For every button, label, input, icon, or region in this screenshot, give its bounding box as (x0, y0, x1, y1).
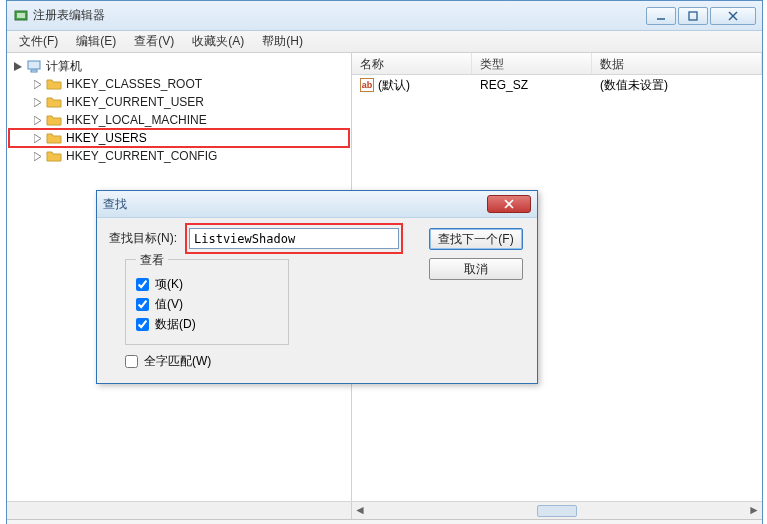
hscroll-track[interactable]: ◄ ► (352, 502, 762, 519)
collapse-icon[interactable] (13, 61, 24, 72)
expand-icon[interactable] (33, 115, 44, 126)
minimize-button[interactable] (646, 7, 676, 25)
chk-match-whole-label: 全字匹配(W) (144, 353, 211, 370)
expand-icon[interactable] (33, 151, 44, 162)
svg-rect-3 (689, 12, 697, 20)
cancel-button[interactable]: 取消 (429, 258, 523, 280)
tree-item-label: HKEY_CLASSES_ROOT (64, 77, 204, 91)
cell-data: (数值未设置) (592, 75, 762, 96)
col-name[interactable]: 名称 (352, 53, 472, 74)
find-group-title: 查看 (136, 252, 168, 269)
maximize-button[interactable] (678, 7, 708, 25)
chk-values[interactable] (136, 298, 149, 311)
svg-rect-7 (31, 70, 37, 72)
cell-name: ab (默认) (352, 75, 472, 96)
tree-item-label: HKEY_CURRENT_USER (64, 95, 206, 109)
chk-values-label: 值(V) (155, 296, 183, 313)
list-row[interactable]: ab (默认) REG_SZ (数值未设置) (352, 75, 762, 95)
find-target-input[interactable] (189, 228, 399, 249)
scroll-left-icon[interactable]: ◄ (353, 503, 367, 517)
find-next-button[interactable]: 查找下一个(F) (429, 228, 523, 250)
chk-match-whole[interactable] (125, 355, 138, 368)
string-value-icon: ab (360, 78, 374, 92)
folder-icon (46, 113, 62, 127)
expand-icon[interactable] (33, 79, 44, 90)
list-header: 名称 类型 数据 (352, 53, 762, 75)
chk-keys[interactable] (136, 278, 149, 291)
find-dialog: 查找 查找目标(N): 查看 项(K) 值(V) (96, 190, 538, 384)
scroll-right-icon[interactable]: ► (747, 503, 761, 517)
tree-item-label: HKEY_LOCAL_MACHINE (64, 113, 209, 127)
tree-root-label: 计算机 (44, 58, 84, 75)
cell-name-text: (默认) (378, 77, 410, 94)
tree-item-label: HKEY_CURRENT_CONFIG (64, 149, 219, 163)
menu-edit[interactable]: 编辑(E) (68, 31, 124, 52)
chk-keys-label: 项(K) (155, 276, 183, 293)
menubar: 文件(F) 编辑(E) 查看(V) 收藏夹(A) 帮助(H) (7, 31, 762, 53)
find-dialog-title: 查找 (103, 196, 487, 213)
svg-rect-1 (17, 13, 25, 18)
expand-icon[interactable] (33, 133, 44, 144)
hscroll-thumb[interactable] (537, 505, 577, 517)
find-target-label: 查找目标(N): (109, 230, 189, 247)
menu-file[interactable]: 文件(F) (11, 31, 66, 52)
folder-icon (46, 149, 62, 163)
menu-help[interactable]: 帮助(H) (254, 31, 311, 52)
expand-icon[interactable] (33, 97, 44, 108)
col-type[interactable]: 类型 (472, 53, 592, 74)
tree-item-hkey-local-machine[interactable]: HKEY_LOCAL_MACHINE (9, 111, 349, 129)
find-close-button[interactable] (487, 195, 531, 213)
folder-icon (46, 77, 62, 91)
statusbar: 计算机\HKEY_USERS (7, 519, 762, 524)
tree-root[interactable]: 计算机 (9, 57, 349, 75)
chk-data[interactable] (136, 318, 149, 331)
hscroll-area: ◄ ► (7, 501, 762, 519)
col-data[interactable]: 数据 (592, 53, 762, 74)
tree-item-hkey-current-config[interactable]: HKEY_CURRENT_CONFIG (9, 147, 349, 165)
computer-icon (26, 59, 42, 73)
cell-type: REG_SZ (472, 76, 592, 94)
folder-icon (46, 95, 62, 109)
titlebar: 注册表编辑器 (7, 1, 762, 31)
chk-data-label: 数据(D) (155, 316, 196, 333)
tree-item-hkey-classes-root[interactable]: HKEY_CLASSES_ROOT (9, 75, 349, 93)
svg-rect-6 (28, 61, 40, 69)
tree-item-hkey-users[interactable]: HKEY_USERS (9, 129, 349, 147)
find-lookat-group: 查看 项(K) 值(V) 数据(D) (125, 259, 289, 345)
window-controls (646, 7, 756, 25)
close-button[interactable] (710, 7, 756, 25)
app-icon (13, 8, 29, 24)
tree-item-hkey-current-user[interactable]: HKEY_CURRENT_USER (9, 93, 349, 111)
tree-item-label: HKEY_USERS (64, 131, 149, 145)
find-titlebar[interactable]: 查找 (97, 191, 537, 218)
window-title: 注册表编辑器 (33, 7, 105, 24)
folder-icon (46, 131, 62, 145)
menu-favorites[interactable]: 收藏夹(A) (184, 31, 252, 52)
menu-view[interactable]: 查看(V) (126, 31, 182, 52)
